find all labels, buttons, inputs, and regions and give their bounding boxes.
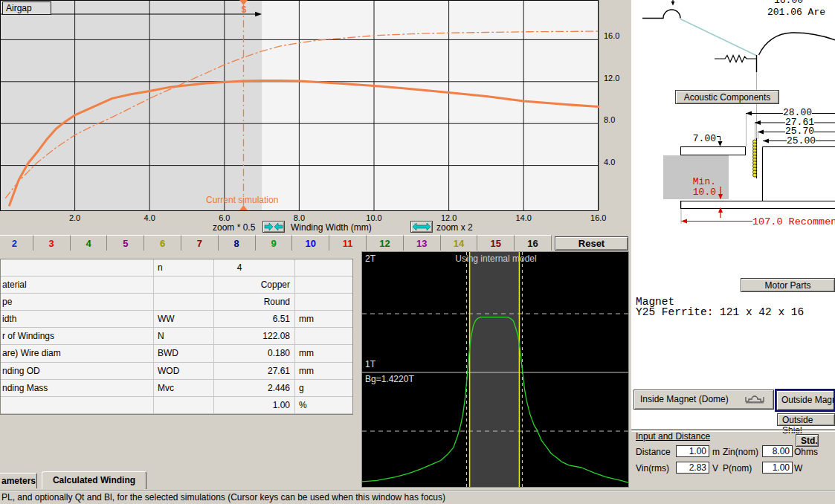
min-label: Min. [691, 176, 716, 187]
table-row: r of WindingsN122.08 [1, 328, 352, 345]
cell-symbol [154, 277, 214, 294]
zoom-in-button[interactable] [410, 221, 433, 233]
zoom-out-arrows-icon [263, 222, 284, 232]
cell-unit [295, 277, 352, 294]
outside-shield-button[interactable]: Outside Shiel [777, 413, 835, 426]
cell-unit [295, 328, 352, 345]
cell-value: 2.446 [214, 380, 295, 397]
outside-magnet-button-frame: Outside Magn [775, 389, 835, 412]
sim-tab-14[interactable]: 14 [441, 235, 478, 251]
std-button[interactable]: Std. [796, 434, 819, 447]
tab-calculated-winding[interactable]: Calculated Winding [42, 471, 146, 489]
dim-text-cut: 16.00 [773, 0, 803, 6]
current-simulation-marker[interactable]: $ [238, 4, 250, 15]
bg-value-label: Bg=1.4220T [365, 374, 414, 384]
vin-unit: V [712, 463, 718, 474]
reset-button[interactable]: Reset [555, 236, 628, 251]
zoom-out-button[interactable] [262, 221, 285, 233]
winding-chart-canvas[interactable] [0, 0, 628, 234]
vin-label: Vin(rms) [636, 463, 669, 474]
inside-magnet-label: Inside Magnet (Dome) [640, 394, 729, 404]
cell-unit: mm [295, 311, 352, 328]
sim-tab-5[interactable]: 5 [107, 235, 144, 251]
dim-25-70: 25.70 [785, 127, 814, 135]
sim-tab-11[interactable]: 11 [329, 235, 367, 251]
sim-tab-4[interactable]: 4 [71, 235, 108, 251]
pnom-input[interactable] [762, 462, 793, 474]
dim-7-00: 7.00 [691, 133, 716, 144]
finemotor-window: Airgap $ Current simulation 2.04.06.08.0… [0, 0, 835, 504]
min-value: 10.0 [691, 187, 716, 198]
y-tick-label: 8.0 [604, 115, 626, 124]
cell-parameter-name: nding OD [1, 363, 154, 380]
cell-value: 122.08 [214, 328, 295, 345]
dim-28: 28.00 [783, 109, 812, 117]
cell-symbol: WOD [154, 363, 214, 380]
cell-unit: mm [295, 345, 352, 362]
sim-tab-2[interactable]: 2 [0, 235, 33, 251]
vin-input[interactable] [676, 462, 709, 474]
x-tick-label: 10.0 [361, 213, 387, 222]
sim-tab-15[interactable]: 15 [477, 235, 515, 251]
x-tick-label: 14.0 [510, 213, 537, 222]
cell-symbol: N [154, 328, 214, 345]
model-label: Using internal model [451, 253, 541, 264]
sim-tab-12[interactable]: 12 [367, 235, 404, 251]
motor-parts-button[interactable]: Motor Parts [741, 278, 835, 292]
table-row: 1.00% [1, 397, 352, 414]
inside-magnet-button[interactable]: Inside Magnet (Dome) [633, 390, 774, 410]
dome-driver-icon [745, 395, 764, 405]
distance-label: Distance [636, 447, 671, 457]
zin-unit: Ohms [794, 447, 818, 457]
sim-tab-3[interactable]: 3 [33, 235, 71, 251]
cell-value: 27.61 [214, 363, 295, 380]
table-row: nding MassMvc2.446g [1, 380, 352, 397]
cell-value: 6.51 [214, 311, 295, 328]
cell-value: 1.00 [214, 397, 295, 414]
magnet-spec: Y25 Ferrite: 121 x 42 x 16 [636, 306, 804, 318]
table-row: peRound [1, 294, 352, 311]
table-row: nding ODWOD27.61mm [1, 363, 352, 380]
table-row: aterialCopper [1, 277, 352, 294]
y-tick-label: 12.0 [604, 74, 626, 83]
airgap-label-box: Airgap [2, 1, 51, 15]
tab-parameters[interactable]: ameters [0, 473, 37, 488]
cell-value: Copper [214, 277, 295, 294]
sim-tab-8[interactable]: 8 [219, 235, 256, 251]
pnom-label: P(nom) [723, 463, 752, 474]
dim-25-00: 25.00 [787, 137, 816, 145]
cell-value: Round [214, 294, 295, 311]
sim-tab-6[interactable]: 6 [144, 235, 181, 251]
distance-input[interactable] [676, 445, 709, 457]
cell-unit [295, 294, 352, 311]
cell-parameter-name: idth [1, 311, 154, 328]
cell-symbol [154, 294, 214, 311]
x-tick-label: 4.0 [136, 213, 163, 222]
cell-symbol [154, 397, 214, 414]
x-tick-label: 12.0 [436, 213, 462, 222]
table-row: n4 [1, 259, 352, 277]
calculated-winding-table: n4aterialCopperpeRoundidthWW6.51mmr of W… [0, 259, 353, 415]
area-value: 201.06 Are [767, 7, 825, 18]
acoustic-components-button[interactable]: Acoustic Components [675, 90, 779, 104]
input-distance-heading: Input and Distance [636, 431, 710, 442]
cell-parameter-name: nding Mass [1, 380, 154, 397]
sim-tab-9[interactable]: 9 [256, 235, 293, 251]
flux-density-plot[interactable]: 2T Using internal model 1T Bg=1.4220T [361, 251, 629, 488]
current-simulation-label: Current simulation [206, 195, 278, 205]
zin-input[interactable] [762, 445, 793, 457]
sim-tab-7[interactable]: 7 [181, 235, 219, 251]
zoom-in-arrows-icon [411, 222, 432, 232]
sim-tab-10[interactable]: 10 [292, 235, 329, 251]
status-bar: PL, and optionally Qt and Bl, for the se… [0, 491, 835, 504]
sim-tab-16[interactable]: 16 [515, 235, 552, 251]
sim-tab-13[interactable]: 13 [404, 235, 441, 251]
recommended-dimension: 107.0 Recommende [752, 216, 835, 227]
cell-unit: mm [295, 363, 352, 380]
y-tick-label: 16.0 [604, 31, 626, 40]
flux-plot-canvas [362, 252, 628, 487]
outside-magnet-button[interactable]: Outside Magn [776, 390, 835, 410]
cell-unit: % [295, 397, 352, 414]
cell-parameter-name [1, 397, 154, 414]
cell-value: 0.180 [214, 345, 295, 362]
